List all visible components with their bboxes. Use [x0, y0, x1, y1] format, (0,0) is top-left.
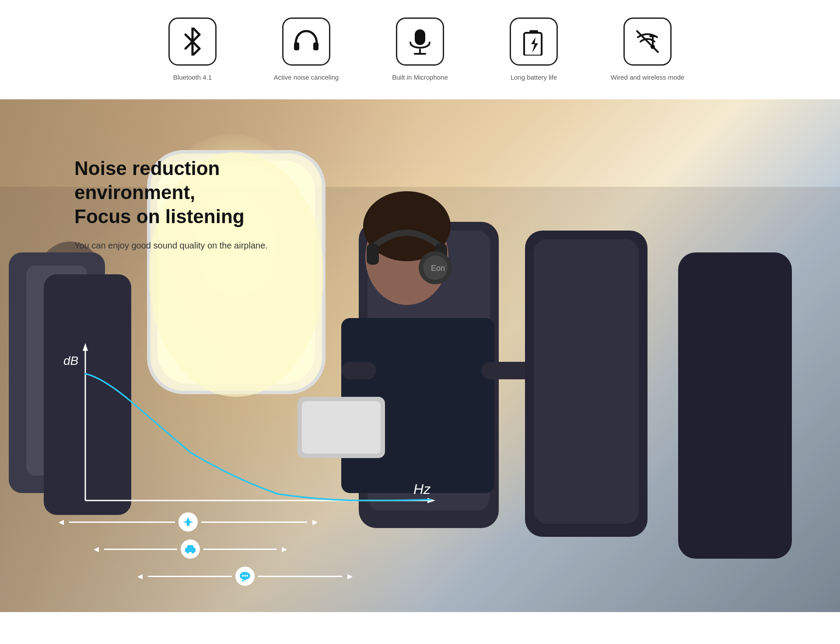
- frequency-chart: dB Hz: [50, 339, 444, 536]
- bluetooth-icon-box: [168, 18, 217, 66]
- headphones-icon-box: [282, 18, 330, 66]
- wired-wireless-label: Wired and wireless mode: [611, 73, 684, 82]
- svg-point-8: [651, 45, 655, 49]
- headphones-icon: [292, 28, 320, 56]
- main-subtext: You can enjoy good sound quality on the …: [74, 239, 302, 252]
- microphone-icon-box: [396, 18, 444, 66]
- feature-bluetooth: Bluetooth 4.1: [153, 18, 232, 82]
- bluetooth-icon: [178, 28, 206, 56]
- battery-icon: [520, 28, 548, 56]
- svg-point-48: [242, 575, 244, 577]
- range-bar-car: ◄ ►: [92, 539, 289, 559]
- battery-label: Long battery life: [511, 73, 557, 82]
- range-bar-chat: ◄ ►: [136, 567, 354, 586]
- main-section: Eon Noise reduction environment, Focus o…: [0, 99, 840, 612]
- noise-canceling-label: Active noise canceling: [274, 73, 339, 82]
- wired-wireless-icon: [634, 28, 662, 56]
- svg-point-46: [192, 551, 194, 553]
- battery-icon-box: [510, 18, 558, 66]
- svg-point-49: [244, 575, 246, 577]
- features-bar: Bluetooth 4.1 Active noise canceling Bui…: [0, 0, 840, 99]
- chat-icon: [239, 570, 251, 582]
- svg-rect-0: [294, 42, 299, 50]
- svg-point-45: [186, 551, 189, 553]
- microphone-icon: [406, 28, 434, 56]
- svg-rect-1: [313, 42, 318, 50]
- svg-text:dB: dB: [63, 354, 78, 368]
- range-bar-airplane: ◄ ►: [57, 512, 319, 532]
- text-block: Noise reduction environment, Focus on li…: [74, 156, 302, 252]
- svg-marker-41: [427, 498, 435, 503]
- svg-rect-2: [415, 29, 425, 45]
- svg-text:Hz: Hz: [413, 481, 431, 497]
- feature-battery: Long battery life: [494, 18, 573, 82]
- feature-wired-wireless: Wired and wireless mode: [608, 18, 687, 82]
- bluetooth-label: Bluetooth 4.1: [173, 73, 212, 82]
- microphone-label: Built in Microphone: [392, 73, 448, 82]
- airplane-icon: [182, 516, 194, 528]
- svg-marker-40: [83, 343, 88, 351]
- wired-wireless-icon-box: [623, 18, 672, 66]
- main-headline: Noise reduction environment, Focus on li…: [74, 156, 302, 228]
- svg-rect-6: [529, 30, 538, 34]
- feature-microphone: Built in Microphone: [381, 18, 459, 82]
- svg-point-50: [246, 575, 248, 577]
- car-icon: [184, 544, 196, 554]
- feature-noise-canceling: Active noise canceling: [267, 18, 346, 82]
- range-bars: ◄ ► ◄ ►: [57, 512, 416, 586]
